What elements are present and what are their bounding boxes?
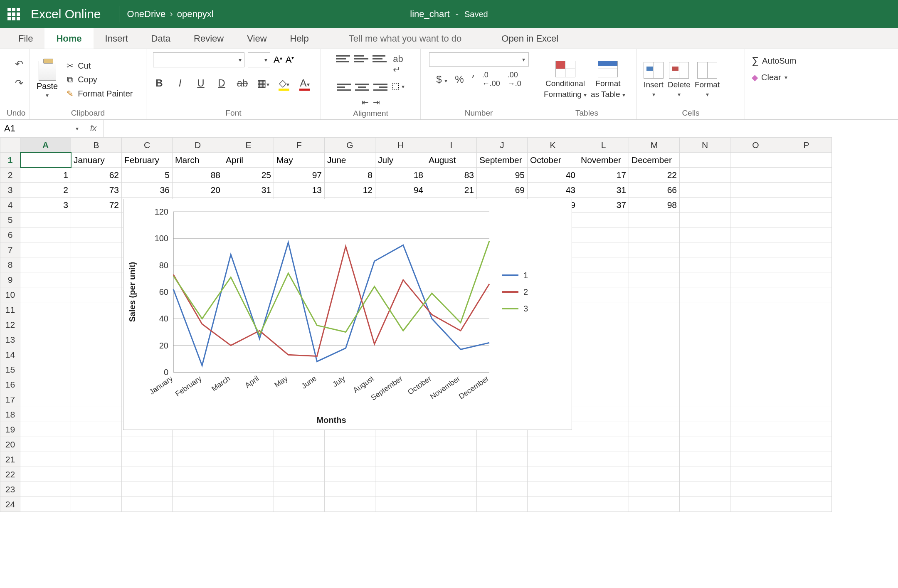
cell[interactable]: [325, 467, 375, 482]
cell[interactable]: [578, 347, 629, 362]
cell[interactable]: [20, 407, 71, 422]
fill-color-button[interactable]: ◇▾: [278, 77, 290, 89]
cell[interactable]: [20, 242, 71, 257]
cell[interactable]: 31: [578, 183, 629, 198]
cell[interactable]: 5: [122, 168, 173, 183]
cell[interactable]: [680, 272, 730, 287]
cell[interactable]: [730, 302, 781, 317]
cell[interactable]: July: [375, 153, 426, 168]
cell[interactable]: [730, 317, 781, 332]
breadcrumb-root[interactable]: OneDrive: [127, 9, 165, 20]
cell[interactable]: [71, 377, 122, 392]
cell[interactable]: [781, 198, 832, 212]
shrink-font-icon[interactable]: A▾: [286, 54, 294, 65]
font-size-select[interactable]: ▾: [248, 52, 270, 67]
cell[interactable]: [629, 227, 680, 242]
cell[interactable]: [781, 183, 832, 198]
cell[interactable]: [578, 437, 629, 452]
font-color-button[interactable]: A▾: [299, 77, 311, 89]
column-header[interactable]: H: [375, 138, 426, 153]
cell[interactable]: [730, 227, 781, 242]
cell[interactable]: [20, 422, 71, 437]
increase-decimal-button[interactable]: .0←.00: [482, 71, 500, 88]
cell[interactable]: [528, 482, 578, 497]
insert-cells-button[interactable]: Insert▾: [644, 62, 664, 98]
formula-input[interactable]: [104, 120, 898, 137]
cell[interactable]: [71, 287, 122, 302]
cell[interactable]: [781, 422, 832, 437]
autosum-button[interactable]: ∑AutoSum: [752, 55, 891, 67]
align-bottom-button[interactable]: [373, 52, 387, 65]
cell[interactable]: [781, 153, 832, 168]
format-cells-button[interactable]: Format▾: [695, 62, 720, 98]
cell[interactable]: [781, 168, 832, 183]
cell[interactable]: [71, 467, 122, 482]
cell[interactable]: [781, 242, 832, 257]
cell[interactable]: 69: [477, 183, 528, 198]
cell[interactable]: [730, 392, 781, 407]
cell[interactable]: [730, 153, 781, 168]
column-header[interactable]: F: [274, 138, 325, 153]
cell[interactable]: [20, 347, 71, 362]
cell[interactable]: 12: [325, 183, 375, 198]
row-header[interactable]: 17: [0, 392, 20, 407]
cell[interactable]: [781, 482, 832, 497]
cell[interactable]: 66: [629, 183, 680, 198]
cell[interactable]: [730, 332, 781, 347]
borders-button[interactable]: ▦▾: [257, 77, 269, 89]
cell[interactable]: [477, 452, 528, 467]
tab-review[interactable]: Review: [182, 28, 235, 49]
column-header[interactable]: L: [578, 138, 629, 153]
embedded-chart[interactable]: 020406080100120JanuaryFebruaryMarchApril…: [123, 199, 572, 430]
cell[interactable]: [578, 227, 629, 242]
cell[interactable]: 3: [20, 198, 71, 212]
cell[interactable]: 36: [122, 183, 173, 198]
cell[interactable]: [781, 272, 832, 287]
cell[interactable]: [629, 452, 680, 467]
cell[interactable]: [781, 377, 832, 392]
cell[interactable]: May: [274, 153, 325, 168]
cell[interactable]: [680, 287, 730, 302]
cell[interactable]: [20, 437, 71, 452]
cell[interactable]: [629, 257, 680, 272]
cell[interactable]: [680, 497, 730, 512]
tab-insert[interactable]: Insert: [94, 28, 140, 49]
cell[interactable]: December: [629, 153, 680, 168]
cell[interactable]: [730, 198, 781, 212]
cell[interactable]: [578, 272, 629, 287]
cell[interactable]: [71, 392, 122, 407]
cell[interactable]: [629, 242, 680, 257]
cell[interactable]: September: [477, 153, 528, 168]
cell[interactable]: [578, 362, 629, 377]
cell[interactable]: 97: [274, 168, 325, 183]
cell[interactable]: [730, 257, 781, 272]
strikethrough-button[interactable]: ab: [236, 77, 249, 89]
cell[interactable]: [477, 467, 528, 482]
cell[interactable]: [578, 377, 629, 392]
row-header[interactable]: 24: [0, 497, 20, 512]
cell[interactable]: 20: [173, 183, 223, 198]
cell[interactable]: [20, 287, 71, 302]
bold-button[interactable]: B: [153, 77, 165, 89]
cell[interactable]: [629, 392, 680, 407]
cell[interactable]: [71, 422, 122, 437]
row-header[interactable]: 3: [0, 183, 20, 198]
merge-cells-button[interactable]: ⬚ ▾: [392, 81, 405, 93]
cell[interactable]: [20, 317, 71, 332]
cell[interactable]: [680, 317, 730, 332]
tell-me-search[interactable]: Tell me what you want to do: [337, 28, 473, 49]
cell[interactable]: [173, 437, 223, 452]
cell[interactable]: [730, 467, 781, 482]
cell[interactable]: 22: [629, 168, 680, 183]
cell[interactable]: [680, 168, 730, 183]
row-header[interactable]: 22: [0, 467, 20, 482]
open-in-excel[interactable]: Open in Excel: [490, 28, 570, 49]
column-header[interactable]: B: [71, 138, 122, 153]
cell[interactable]: [781, 257, 832, 272]
comma-format-button[interactable]: ʼ: [471, 74, 475, 85]
row-header[interactable]: 4: [0, 198, 20, 212]
format-as-table-button[interactable]: Format as Table ▾: [591, 61, 625, 99]
column-header[interactable]: E: [223, 138, 274, 153]
cell[interactable]: [375, 482, 426, 497]
column-header[interactable]: O: [730, 138, 781, 153]
